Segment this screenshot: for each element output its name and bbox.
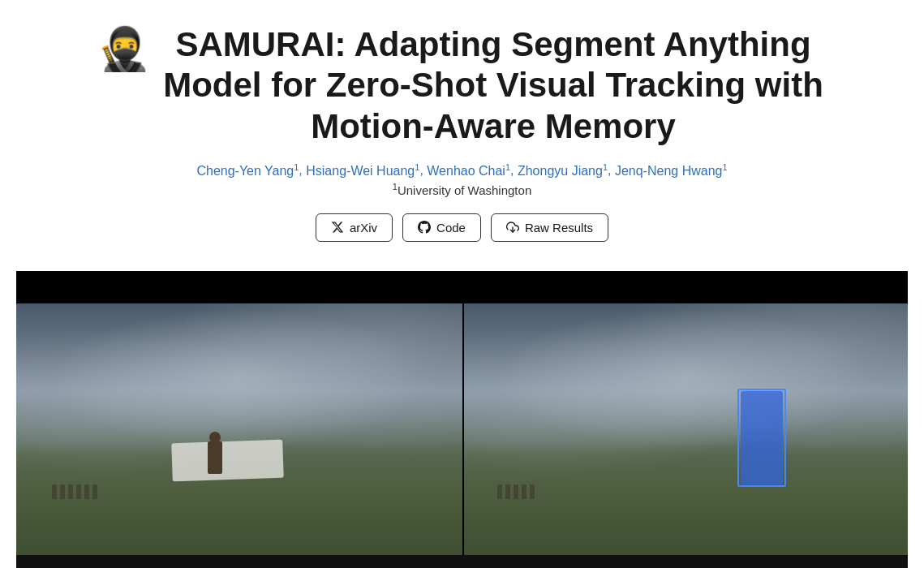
person-right-segmented — [741, 391, 783, 484]
bg-soldier — [60, 484, 65, 499]
bg-soldier — [52, 484, 57, 499]
label-bar: SAM 2 (baseline) SAMURAI (ours) — [16, 555, 908, 569]
right-frame-bg — [462, 303, 909, 555]
author-1: Cheng-Yen Yang1 — [196, 164, 299, 178]
video-right-panel — [462, 303, 909, 555]
bg-soldier — [505, 484, 510, 499]
raw-results-label: Raw Results — [525, 221, 593, 235]
bounding-box — [737, 389, 786, 487]
video-section: SAM 2 (baseline) SAMURAI (ours) — [16, 271, 908, 569]
arxiv-button[interactable]: arXiv — [316, 213, 393, 242]
raw-results-button[interactable]: Raw Results — [491, 213, 608, 242]
left-video-label: SAM 2 (baseline) — [170, 566, 307, 569]
code-label: Code — [436, 221, 466, 235]
author-2: Hsiang-Wei Huang1 — [306, 164, 419, 178]
bg-soldier — [530, 484, 535, 499]
panel-divider — [462, 303, 464, 555]
left-frame-bg — [16, 303, 462, 555]
left-label-container: SAM 2 (baseline) — [16, 555, 462, 569]
bg-soldiers-left — [16, 475, 462, 499]
right-label-container: SAMURAI (ours) — [462, 555, 909, 569]
bg-soldier — [84, 484, 89, 499]
title-section: 🥷 SAMURAI: Adapting Segment Anything Mod… — [97, 24, 827, 147]
bg-soldier — [76, 484, 81, 499]
bg-soldiers-right — [462, 475, 909, 499]
authors-line: Cheng-Yen Yang1, Hsiang-Wei Huang1, Wenh… — [196, 161, 727, 178]
github-icon — [418, 221, 431, 234]
person-left — [204, 432, 226, 484]
x-icon — [331, 221, 344, 234]
title-row: 🥷 SAMURAI: Adapting Segment Anything Mod… — [97, 24, 827, 147]
bg-soldier — [68, 484, 73, 499]
authors-section: Cheng-Yen Yang1, Hsiang-Wei Huang1, Wenh… — [196, 161, 727, 196]
author-5: Jenq-Neng Hwang1 — [615, 164, 728, 178]
page-title: SAMURAI: Adapting Segment Anything Model… — [160, 24, 827, 147]
video-frames — [16, 303, 908, 555]
cloud-icon — [506, 221, 519, 234]
author-4: Zhongyu Jiang1 — [518, 164, 608, 178]
affiliation: 1University of Washington — [196, 182, 727, 197]
arxiv-label: arXiv — [350, 221, 377, 235]
page-wrapper: 🥷 SAMURAI: Adapting Segment Anything Mod… — [0, 0, 924, 568]
bg-soldier — [522, 484, 526, 499]
bg-soldier — [514, 484, 518, 499]
buttons-row: arXiv Code Raw Results — [316, 213, 608, 242]
video-top-bar — [16, 271, 908, 303]
bg-soldier — [92, 484, 97, 499]
right-video-label: SAMURAI (ours) — [618, 566, 751, 569]
author-3: Wenhao Chai1 — [427, 164, 510, 178]
samurai-emoji: 🥷 — [97, 28, 150, 70]
code-button[interactable]: Code — [402, 213, 481, 242]
video-left-panel — [16, 303, 462, 555]
bg-soldier — [497, 484, 502, 499]
